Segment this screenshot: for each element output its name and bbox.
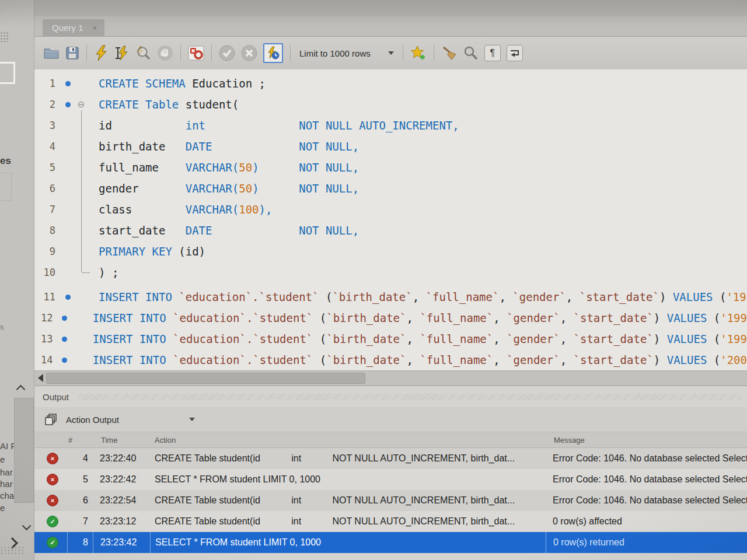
statement-marker <box>59 316 70 321</box>
dotted-texture <box>0 546 26 554</box>
status-cell: × <box>38 453 67 464</box>
status-cell: × <box>38 474 67 485</box>
line-number: 8 <box>34 225 61 236</box>
code-line[interactable]: 6gender VARCHAR(50) NOT NULL, <box>34 178 747 199</box>
code-line[interactable]: 5full_name VARCHAR(50) NOT NULL, <box>34 157 747 178</box>
commit-icon[interactable] <box>219 45 235 61</box>
toggle-invisibles-icon[interactable]: ¶ <box>484 45 501 61</box>
limit-rows-label: Limit to 1000 rows <box>299 48 371 58</box>
background-text-fragment: s <box>0 323 16 331</box>
success-icon: ✓ <box>47 516 58 527</box>
error-icon: × <box>47 495 58 506</box>
editor-toolbar: Limit to 1000 rows ¶ <box>34 37 747 69</box>
chevron-down-icon <box>189 418 195 421</box>
line-number: 9 <box>34 246 61 257</box>
code-text: class VARCHAR(100), <box>88 203 272 216</box>
action-output-icon <box>44 412 58 426</box>
code-line[interactable]: 11INSERT INTO `education`.`student` (`bi… <box>34 286 747 307</box>
code-line[interactable]: 7class VARCHAR(100), <box>34 199 747 220</box>
error-icon: × <box>47 474 58 485</box>
code-line[interactable]: 13INSERT INTO `education`.`student` (`bi… <box>34 328 747 349</box>
code-line[interactable]: 1CREATE SCHEMA Education ; <box>34 73 747 94</box>
output-view-selector[interactable]: Action Output <box>34 407 747 432</box>
output-panel-title: Output <box>43 392 69 402</box>
editor-hscrollbar[interactable] <box>34 370 747 386</box>
window-top-strip <box>34 0 747 16</box>
output-cell-number: 8 <box>67 532 93 553</box>
column-header-index: # <box>67 436 93 444</box>
code-text: INSERT INTO `education`.`student` (`birt… <box>82 332 747 345</box>
column-header-time: Time <box>93 436 150 444</box>
toggle-autocommit-icon[interactable] <box>263 43 283 63</box>
code-line[interactable]: 8start_date DATE NOT NULL, <box>34 220 747 241</box>
code-line[interactable]: 12INSERT INTO `education`.`student` (`bi… <box>34 307 747 328</box>
code-text: ) ; <box>88 266 118 279</box>
tab-title: Query 1 <box>52 23 83 33</box>
scroll-down-icon[interactable] <box>22 522 32 531</box>
output-header-row: # Time Action Message <box>34 432 747 448</box>
code-text: INSERT INTO `education`.`student` (`birt… <box>82 354 747 366</box>
output-rows: ×423:22:40CREATE Table student(id int NO… <box>34 448 747 553</box>
fold-icon[interactable]: ⊖ <box>74 99 88 110</box>
background-text-fragment: e <box>0 503 16 513</box>
code-line[interactable]: 9PRIMARY KEY (id) <box>34 241 747 262</box>
beautify-icon[interactable] <box>441 46 458 61</box>
scroll-left-icon[interactable] <box>38 374 43 382</box>
background-text-fragment: es <box>0 155 16 167</box>
status-cell: × <box>38 495 67 506</box>
output-cell-number: 4 <box>67 453 93 464</box>
code-line[interactable]: 4birth_date DATE NOT NULL, <box>34 136 747 157</box>
status-cell: ✓ <box>38 537 67 548</box>
scroll-up-icon[interactable] <box>16 385 26 394</box>
code-line[interactable]: 14INSERT INTO `education`.`student` (`bi… <box>34 349 747 370</box>
hatch-texture <box>78 394 741 400</box>
execute-icon[interactable] <box>94 45 108 61</box>
line-number: 12 <box>34 312 59 324</box>
code-line[interactable]: 10) ; <box>34 262 747 283</box>
code-text: CREATE SCHEMA Education ; <box>88 77 266 90</box>
code-text: start_date DATE NOT NULL, <box>88 224 359 237</box>
close-icon[interactable]: × <box>92 23 97 33</box>
line-number: 10 <box>34 267 61 278</box>
code-text: full_name VARCHAR(50) NOT NULL, <box>88 161 359 174</box>
output-cell-message: 0 row(s) returned <box>546 532 747 553</box>
output-row[interactable]: ×623:22:54CREATE Table student(id int NO… <box>34 490 747 511</box>
query-tab-bar: Query 1 × <box>34 16 747 37</box>
code-text: birth_date DATE NOT NULL, <box>88 140 359 153</box>
output-panel: Output Action Output # Time Action Messa… <box>34 386 747 560</box>
fold-guide-line <box>81 110 90 273</box>
limit-rows-dropdown[interactable]: Limit to 1000 rows <box>299 48 394 58</box>
output-cell-number: 7 <box>67 516 93 527</box>
output-cell-time: 23:22:54 <box>93 495 150 506</box>
output-cell-action: CREATE Table student(id int NOT NULL AUT… <box>150 453 546 464</box>
stop-icon[interactable] <box>157 45 173 61</box>
code-line[interactable]: 3id int NOT NULL AUTO_INCREMENT, <box>34 115 747 136</box>
output-row[interactable]: ×423:22:40CREATE Table student(id int NO… <box>34 448 747 469</box>
find-icon[interactable] <box>463 46 479 61</box>
left-scrollbar-thumb[interactable] <box>14 398 34 503</box>
toggle-wrap-icon[interactable] <box>507 45 523 61</box>
open-script-icon[interactable] <box>43 46 60 60</box>
output-cell-action: SELECT * FROM student LIMIT 0, 1000 <box>150 474 546 485</box>
code-text: INSERT INTO `education`.`student` (`birt… <box>82 312 747 324</box>
execute-current-statement-icon[interactable] <box>114 45 129 61</box>
output-row[interactable]: ✓723:23:12CREATE Table student(id int NO… <box>34 511 747 532</box>
toggle-stop-on-error-icon[interactable] <box>188 46 204 61</box>
output-cell-time: 23:22:42 <box>93 474 150 485</box>
rollback-icon[interactable] <box>241 45 257 61</box>
tab-query-1[interactable]: Query 1 × <box>43 19 104 36</box>
code-text: gender VARCHAR(50) NOT NULL, <box>88 182 359 195</box>
save-snippet-icon[interactable] <box>410 45 427 61</box>
sql-editor[interactable]: 1CREATE SCHEMA Education ;2⊖CREATE Table… <box>34 69 747 370</box>
output-row[interactable]: ×523:22:42SELECT * FROM student LIMIT 0,… <box>34 469 747 490</box>
statement-marker <box>61 295 74 300</box>
line-number: 1 <box>34 78 61 89</box>
hscrollbar-thumb[interactable] <box>46 373 365 384</box>
save-script-icon[interactable] <box>65 46 79 60</box>
output-cell-time: 23:23:42 <box>93 532 150 553</box>
explain-icon[interactable] <box>135 45 151 61</box>
output-cell-number: 6 <box>67 495 93 506</box>
code-line[interactable]: 2⊖CREATE Table student( <box>34 94 747 115</box>
output-row[interactable]: ✓823:23:42SELECT * FROM student LIMIT 0,… <box>34 532 747 553</box>
output-cell-action: SELECT * FROM student LIMIT 0, 1000 <box>150 532 546 553</box>
